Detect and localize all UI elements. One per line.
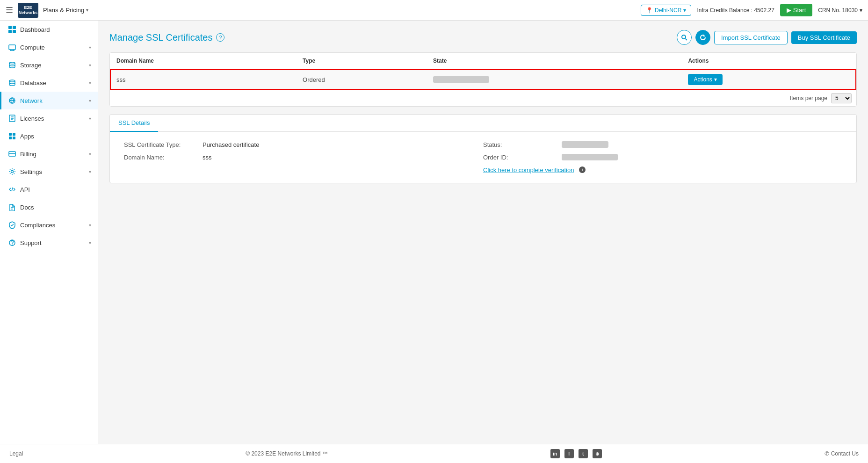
info-icon: i: [579, 166, 586, 173]
cert-type-value: Purchased certificate: [203, 141, 259, 148]
order-id-value-blurred: [562, 154, 618, 160]
billing-icon: [8, 150, 16, 158]
sidebar-item-licenses[interactable]: Licenses ▾: [0, 109, 98, 127]
docs-icon: [8, 203, 16, 211]
rss-icon[interactable]: ⊕: [593, 449, 602, 458]
licenses-caret: ▾: [89, 116, 91, 121]
support-caret: ▾: [89, 240, 91, 246]
start-button[interactable]: ▶ Start: [780, 4, 812, 16]
status-label: Status:: [483, 141, 558, 148]
sidebar-item-docs[interactable]: Docs: [0, 198, 98, 216]
sidebar-item-support[interactable]: Support ▾: [0, 234, 98, 252]
region-selector[interactable]: 📍 Delhi-NCR ▾: [641, 5, 691, 16]
sidebar-item-settings[interactable]: Settings ▾: [0, 163, 98, 181]
svg-rect-0: [8, 26, 12, 29]
sidebar-label-apps: Apps: [20, 133, 91, 140]
ssl-details-card: SSL Details SSL Certificate Type: Purcha…: [109, 114, 857, 183]
database-icon: [8, 79, 16, 87]
order-id-row: Order ID:: [483, 154, 842, 161]
start-play-icon: ▶: [787, 7, 791, 14]
sidebar-label-api: API: [20, 186, 91, 193]
footer-copyright: © 2023 E2E Networks Limited ™: [246, 450, 328, 457]
domain-name-value: sss: [203, 154, 212, 161]
state-blurred: [433, 76, 489, 83]
sidebar-item-network[interactable]: Network ▾: [0, 92, 98, 109]
database-caret: ▾: [89, 80, 91, 86]
table-header-row: Domain Name Type State Actions: [110, 53, 856, 69]
apps-icon: [8, 132, 16, 140]
svg-rect-17: [13, 133, 15, 136]
crn-info[interactable]: CRN No. 18030 ▾: [818, 7, 862, 14]
twitter-icon[interactable]: t: [579, 449, 588, 458]
import-ssl-button[interactable]: Import SSL Certificate: [714, 31, 788, 44]
sidebar-item-compute[interactable]: Compute ▾: [0, 38, 98, 56]
region-caret: ▾: [683, 7, 686, 14]
verification-link[interactable]: Click here to complete verification: [483, 166, 574, 174]
sidebar-item-billing[interactable]: Billing ▾: [0, 145, 98, 163]
row-actions-button[interactable]: Actions ▾: [688, 74, 722, 85]
svg-point-22: [11, 171, 14, 173]
top-nav-right: 📍 Delhi-NCR ▾ Infra Credits Balance : 45…: [641, 4, 862, 16]
help-icon[interactable]: ?: [216, 33, 224, 42]
storage-icon: [8, 61, 16, 69]
infra-credits-balance: Infra Credits Balance : 4502.27: [697, 7, 774, 14]
items-per-page-select[interactable]: 5 10 20 50: [831, 93, 852, 103]
sidebar-item-apps[interactable]: Apps: [0, 127, 98, 145]
network-icon: [8, 96, 16, 105]
domain-name-label: Domain Name:: [124, 154, 199, 161]
sidebar-label-settings: Settings: [20, 168, 85, 175]
refresh-button[interactable]: [695, 30, 710, 45]
svg-point-9: [9, 80, 15, 82]
cell-domain-name: sss: [110, 69, 296, 90]
footer-legal[interactable]: Legal: [9, 450, 23, 457]
sidebar-label-support: Support: [20, 239, 85, 246]
contact-label: Contact Us: [831, 450, 859, 457]
table-row[interactable]: sss Ordered Actions ▾: [110, 69, 856, 90]
start-label: Start: [793, 7, 806, 14]
crn-caret: ▾: [860, 7, 862, 14]
hamburger-menu[interactable]: ☰: [6, 5, 13, 15]
status-row: Status:: [483, 141, 842, 148]
linkedin-icon[interactable]: in: [550, 449, 560, 458]
ssl-details-body: SSL Certificate Type: Purchased certific…: [110, 132, 856, 183]
contact-us[interactable]: ✆ Contact Us: [825, 450, 859, 457]
col-domain-name: Domain Name: [110, 53, 296, 69]
plans-pricing-dropdown[interactable]: Plans & Pricing ▾: [43, 7, 88, 14]
phone-icon: ✆: [825, 450, 829, 457]
logo: E2ENetworks: [18, 3, 38, 18]
sidebar-item-storage[interactable]: Storage ▾: [0, 56, 98, 74]
search-button[interactable]: [677, 30, 692, 45]
cell-state: [427, 69, 681, 90]
compliances-caret: ▾: [89, 223, 91, 228]
main-content: Manage SSL Certificates ? Import SSL Cer…: [98, 21, 868, 444]
cell-type: Ordered: [296, 69, 427, 90]
buy-ssl-button[interactable]: Buy SSL Certificate: [791, 31, 857, 44]
domain-name-row: Domain Name: sss: [124, 154, 483, 161]
actions-caret: ▾: [714, 76, 717, 83]
svg-rect-18: [9, 137, 12, 139]
network-caret: ▾: [89, 98, 91, 103]
col-type: Type: [296, 53, 427, 69]
ssl-certificates-table: Domain Name Type State Actions sss Order…: [110, 53, 856, 90]
sidebar-label-docs: Docs: [20, 204, 91, 211]
sidebar-item-api[interactable]: API: [0, 181, 98, 198]
svg-rect-20: [9, 152, 15, 156]
sidebar-label-billing: Billing: [20, 151, 85, 158]
order-id-label: Order ID:: [483, 154, 558, 161]
page-title: Manage SSL Certificates: [109, 32, 212, 43]
location-icon: 📍: [646, 7, 653, 14]
api-icon: [8, 185, 16, 194]
sidebar-label-compute: Compute: [20, 44, 85, 51]
region-label: Delhi-NCR: [655, 7, 681, 14]
sidebar-item-dashboard[interactable]: Dashboard: [0, 21, 98, 38]
settings-caret: ▾: [89, 169, 91, 174]
header-actions: Import SSL Certificate Buy SSL Certifica…: [677, 30, 857, 45]
svg-point-27: [682, 35, 686, 39]
sidebar-item-database[interactable]: Database ▾: [0, 74, 98, 92]
facebook-icon[interactable]: f: [564, 449, 574, 458]
licenses-icon: [8, 114, 16, 123]
sidebar-item-compliances[interactable]: Compliances ▾: [0, 216, 98, 234]
svg-rect-3: [13, 30, 16, 33]
col-actions: Actions: [681, 53, 856, 69]
tab-ssl-details[interactable]: SSL Details: [110, 115, 158, 132]
